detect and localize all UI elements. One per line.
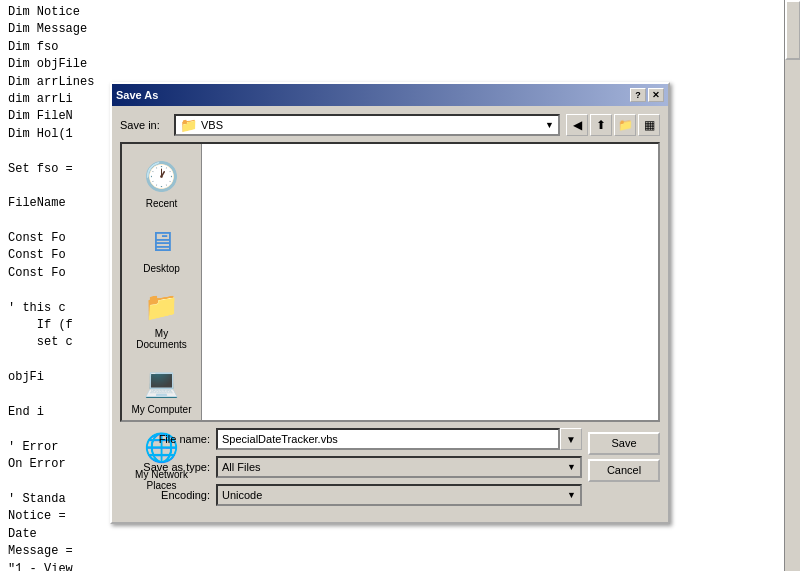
- sidebar-item-my-documents[interactable]: 📁 My Documents: [126, 282, 198, 354]
- my-documents-icon: 📁: [142, 286, 182, 326]
- save-as-type-wrapper: All Files ▼: [216, 456, 582, 478]
- title-bar-buttons: ? ✕: [630, 88, 664, 102]
- save-as-type-value: All Files: [222, 461, 261, 473]
- help-button[interactable]: ?: [630, 88, 646, 102]
- encoding-label: Encoding:: [120, 489, 210, 501]
- encoding-row: Encoding: Unicode ▼: [120, 484, 582, 506]
- main-area: 🕐 Recent 🖥 Desktop 📁 My Documents 💻 My C…: [120, 142, 660, 422]
- scrollbar-thumb[interactable]: [785, 0, 800, 60]
- sidebar-item-my-documents-label: My Documents: [130, 328, 194, 350]
- dialog-body: Save in: 📁 VBS ▼ ◀ ⬆ 📁 ▦ 🕐 Recent: [112, 106, 668, 522]
- up-button[interactable]: ⬆: [590, 114, 612, 136]
- desktop-icon: 🖥: [142, 221, 182, 261]
- back-button[interactable]: ◀: [566, 114, 588, 136]
- dialog-title-bar: Save As ? ✕: [112, 84, 668, 106]
- encoding-wrapper: Unicode ▼: [216, 484, 582, 506]
- form-and-buttons: File name: ▼ Save as type: All Files ▼: [120, 422, 660, 514]
- sidebar-item-recent[interactable]: 🕐 Recent: [126, 152, 198, 213]
- folder-icon: 📁: [180, 117, 197, 133]
- save-as-dialog: Save As ? ✕ Save in: 📁 VBS ▼ ◀ ⬆ 📁 ▦: [110, 82, 670, 524]
- dropdown-arrow-icon: ▼: [545, 120, 554, 130]
- cancel-button[interactable]: Cancel: [588, 459, 660, 482]
- file-name-row: File name: ▼: [120, 428, 582, 450]
- sidebar: 🕐 Recent 🖥 Desktop 📁 My Documents 💻 My C…: [122, 144, 202, 420]
- sidebar-item-recent-label: Recent: [146, 198, 178, 209]
- file-name-dropdown-btn[interactable]: ▼: [560, 428, 582, 450]
- code-scrollbar[interactable]: [784, 0, 800, 571]
- sidebar-item-my-computer[interactable]: 💻 My Computer: [126, 358, 198, 419]
- view-button[interactable]: ▦: [638, 114, 660, 136]
- save-as-type-row: Save as type: All Files ▼: [120, 456, 582, 478]
- save-as-type-select[interactable]: All Files ▼: [216, 456, 582, 478]
- save-as-type-arrow-icon: ▼: [567, 462, 576, 472]
- action-buttons: Save Cancel: [588, 422, 660, 514]
- file-name-input[interactable]: [216, 428, 560, 450]
- save-as-type-label: Save as type:: [120, 461, 210, 473]
- recent-icon: 🕐: [142, 156, 182, 196]
- encoding-value: Unicode: [222, 489, 262, 501]
- my-computer-icon: 💻: [142, 362, 182, 402]
- save-in-row: Save in: 📁 VBS ▼ ◀ ⬆ 📁 ▦: [120, 114, 660, 136]
- sidebar-item-desktop[interactable]: 🖥 Desktop: [126, 217, 198, 278]
- sidebar-item-desktop-label: Desktop: [143, 263, 180, 274]
- save-in-label: Save in:: [120, 119, 168, 131]
- new-folder-button[interactable]: 📁: [614, 114, 636, 136]
- save-button[interactable]: Save: [588, 432, 660, 455]
- form-rows: File name: ▼ Save as type: All Files ▼: [120, 422, 582, 514]
- save-in-dropdown[interactable]: 📁 VBS ▼: [174, 114, 560, 136]
- toolbar-buttons: ◀ ⬆ 📁 ▦: [566, 114, 660, 136]
- file-name-input-wrapper: ▼: [216, 428, 582, 450]
- dialog-title: Save As: [116, 89, 158, 101]
- close-button[interactable]: ✕: [648, 88, 664, 102]
- file-list[interactable]: [202, 144, 658, 420]
- encoding-arrow-icon: ▼: [567, 490, 576, 500]
- encoding-select[interactable]: Unicode ▼: [216, 484, 582, 506]
- sidebar-item-my-computer-label: My Computer: [131, 404, 191, 415]
- save-in-value: VBS: [201, 119, 541, 131]
- file-name-label: File name:: [120, 433, 210, 445]
